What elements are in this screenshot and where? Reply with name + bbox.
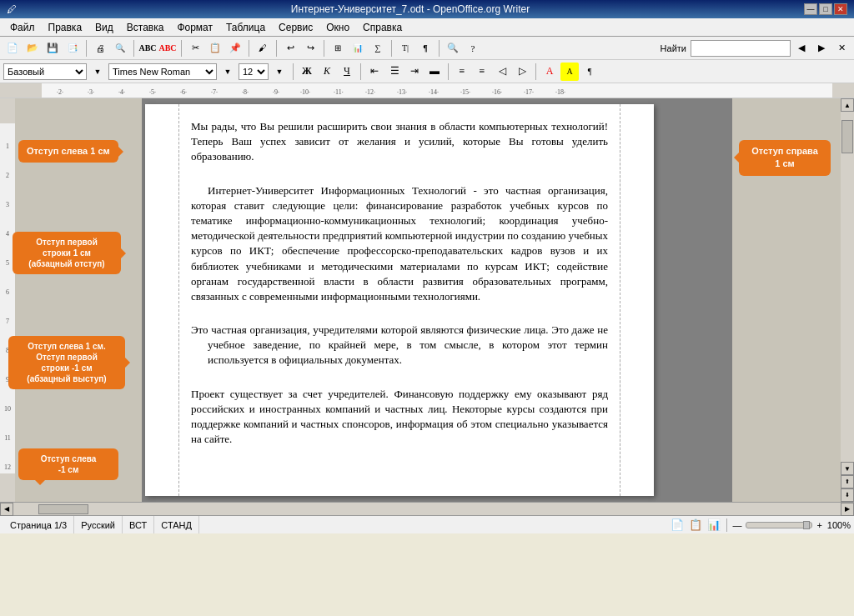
document-area[interactable]: Мы рады, что Вы решили расширить свои зн… bbox=[142, 98, 732, 502]
italic-button[interactable]: К bbox=[318, 63, 336, 81]
svg-text:4: 4 bbox=[6, 230, 9, 238]
svg-text:·5·: ·5· bbox=[149, 88, 156, 96]
scroll-page-up-button[interactable]: ⬆ bbox=[841, 475, 854, 488]
align-justify-button[interactable]: ▬ bbox=[425, 63, 444, 81]
font-select[interactable]: Times New Roman bbox=[108, 63, 217, 80]
clone-button[interactable]: 🖌 bbox=[254, 39, 272, 58]
doc-icon-2[interactable]: 📋 bbox=[689, 518, 702, 531]
svg-text:·4·: ·4· bbox=[118, 88, 125, 96]
font-dropdown-btn[interactable]: ▼ bbox=[219, 63, 237, 81]
find-next-button[interactable]: ▶ bbox=[812, 39, 831, 58]
bold-button[interactable]: Ж bbox=[298, 63, 316, 81]
titlebar-icon: 🖊 bbox=[7, 3, 17, 15]
menu-format[interactable]: Формат bbox=[170, 20, 219, 35]
menu-edit[interactable]: Правка bbox=[42, 20, 89, 35]
menu-help[interactable]: Справка bbox=[356, 20, 409, 35]
zoom-out-button[interactable]: — bbox=[732, 520, 741, 530]
document-page[interactable]: Мы рады, что Вы решили расширить свои зн… bbox=[145, 104, 654, 496]
zoom-button[interactable]: 🔍 bbox=[444, 39, 462, 58]
svg-text:·16·: ·16· bbox=[492, 88, 502, 96]
zoom-slider-thumb[interactable] bbox=[803, 521, 810, 529]
spellcheck2-button[interactable]: ABC bbox=[158, 39, 177, 58]
indent-less-button[interactable]: ◁ bbox=[493, 63, 511, 81]
table-button[interactable]: ⊞ bbox=[329, 39, 347, 58]
annotation-left-indent: Отступ слева 1 см bbox=[18, 140, 118, 163]
save-button[interactable]: 💾 bbox=[43, 39, 62, 58]
left-annotation-panel: 1 2 3 4 5 6 7 8 9 10 11 12 Отступ слева … bbox=[0, 98, 142, 502]
separator8 bbox=[439, 40, 440, 57]
separator3 bbox=[181, 40, 182, 57]
align-center-button[interactable]: ☰ bbox=[385, 63, 404, 81]
zoom-in-button[interactable]: + bbox=[816, 520, 821, 530]
para-highlight-button[interactable]: ¶ bbox=[580, 63, 599, 81]
doc-icon-3[interactable]: 📊 bbox=[707, 518, 721, 531]
font-color-button[interactable]: A bbox=[540, 63, 559, 81]
svg-text:·14·: ·14· bbox=[429, 88, 439, 96]
find-input[interactable] bbox=[691, 40, 791, 57]
doc-icon-1[interactable]: 📄 bbox=[671, 518, 684, 531]
vertical-scrollbar[interactable]: ▲ ▼ ⬆ ⬇ bbox=[841, 98, 854, 502]
scroll-down-button[interactable]: ▼ bbox=[841, 462, 854, 475]
find-prev-button[interactable]: ◀ bbox=[792, 39, 811, 58]
print-button[interactable]: 🖨 bbox=[91, 39, 109, 58]
redo-button[interactable]: ↪ bbox=[301, 39, 319, 58]
save-as-button[interactable]: 📑 bbox=[63, 39, 82, 58]
insert-mode[interactable]: ВСТ bbox=[123, 516, 154, 533]
minimize-button[interactable]: — bbox=[804, 3, 817, 15]
undo-button[interactable]: ↩ bbox=[281, 39, 299, 58]
open-button[interactable]: 📂 bbox=[23, 39, 42, 58]
paragraph-3[interactable]: Это частная организация, учредителями ко… bbox=[208, 323, 608, 368]
paste-button[interactable]: 📌 bbox=[226, 39, 244, 58]
hscroll-track[interactable] bbox=[13, 503, 841, 515]
style-select[interactable]: Базовый bbox=[3, 63, 87, 80]
list-button[interactable]: ≡ bbox=[453, 63, 471, 81]
paragraph-1[interactable]: Мы рады, что Вы решили расширить свои зн… bbox=[191, 119, 608, 165]
new-button[interactable]: 📄 bbox=[3, 39, 22, 58]
calc-button[interactable]: ∑ bbox=[369, 39, 387, 58]
hscroll-left-button[interactable]: ◀ bbox=[0, 503, 13, 516]
scroll-page-down-button[interactable]: ⬇ bbox=[841, 488, 854, 502]
align-right-button[interactable]: ⇥ bbox=[405, 63, 424, 81]
titlebar-controls[interactable]: — □ ✕ bbox=[804, 3, 847, 15]
nonprint-button[interactable]: ¶ bbox=[416, 39, 435, 58]
hscroll-thumb[interactable] bbox=[38, 504, 88, 514]
menu-window[interactable]: Окно bbox=[319, 20, 356, 35]
underline-button[interactable]: Ч bbox=[338, 63, 356, 81]
size-select[interactable]: 12 bbox=[239, 63, 269, 80]
scroll-up-button[interactable]: ▲ bbox=[841, 98, 854, 112]
size-dropdown-btn[interactable]: ▼ bbox=[270, 63, 289, 81]
help-button[interactable]: ? bbox=[464, 39, 482, 58]
copy-button[interactable]: 📋 bbox=[206, 39, 224, 58]
zoom-slider-area[interactable] bbox=[746, 522, 812, 528]
svg-text:·6·: ·6· bbox=[180, 88, 187, 96]
style-mode[interactable]: СТАНД bbox=[154, 516, 199, 533]
close-button[interactable]: ✕ bbox=[834, 3, 847, 15]
scroll-track[interactable] bbox=[841, 112, 854, 462]
menu-table[interactable]: Таблица bbox=[219, 20, 272, 35]
paragraph-2[interactable]: Интернет-Университет Информационных Техн… bbox=[191, 183, 608, 305]
menu-view[interactable]: Вид bbox=[88, 20, 120, 35]
menu-insert[interactable]: Вставка bbox=[120, 20, 171, 35]
spellcheck-button[interactable]: ABC bbox=[138, 39, 157, 58]
paragraph-4[interactable]: Проект существует за счет учредителей. Ф… bbox=[191, 387, 608, 448]
menu-tools[interactable]: Сервис bbox=[272, 20, 319, 35]
find-label: Найти bbox=[661, 43, 686, 53]
right-margin-line bbox=[620, 104, 620, 496]
spacer-1 bbox=[183, 177, 616, 183]
hscroll-right-button[interactable]: ▶ bbox=[841, 503, 854, 516]
menu-file[interactable]: Файл bbox=[3, 20, 42, 35]
print-preview-button[interactable]: 🔍 bbox=[111, 39, 129, 58]
chart-button[interactable]: 📊 bbox=[349, 39, 367, 58]
style-dropdown-btn[interactable]: ▼ bbox=[88, 63, 107, 81]
cut-button[interactable]: ✂ bbox=[186, 39, 204, 58]
indent-more-button[interactable]: ▷ bbox=[513, 63, 531, 81]
numlist-button[interactable]: ≡ bbox=[473, 63, 491, 81]
edit-fields-button[interactable]: T| bbox=[396, 39, 414, 58]
scroll-thumb[interactable] bbox=[841, 120, 853, 153]
maximize-button[interactable]: □ bbox=[819, 3, 832, 15]
find-close-button[interactable]: ✕ bbox=[832, 39, 851, 58]
align-left-button[interactable]: ⇤ bbox=[365, 63, 384, 81]
horizontal-scrollbar-area: ◀ ▶ bbox=[0, 502, 854, 515]
highlight-button[interactable]: A bbox=[560, 63, 579, 81]
vertical-ruler-svg: 1 2 3 4 5 6 7 8 9 10 11 12 bbox=[0, 98, 15, 502]
